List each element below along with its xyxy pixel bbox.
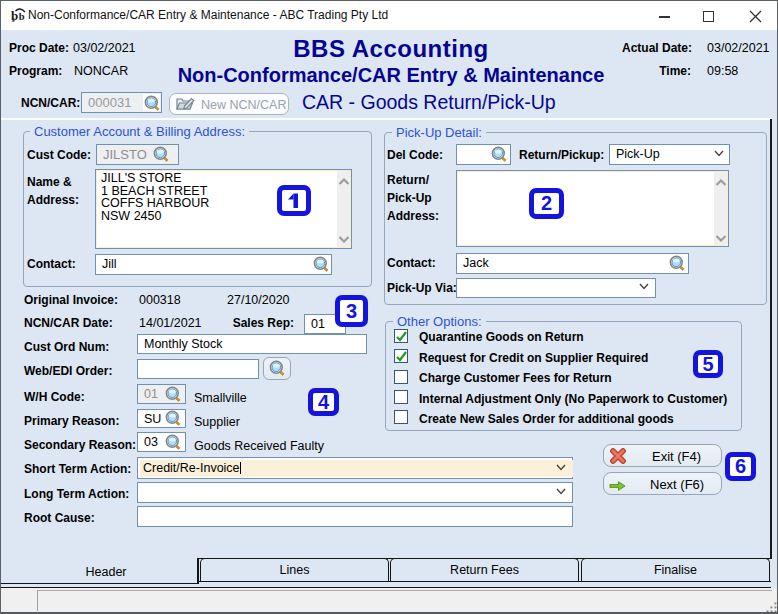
svg-text:s: s bbox=[12, 15, 15, 24]
svg-text:b: b bbox=[19, 11, 25, 22]
